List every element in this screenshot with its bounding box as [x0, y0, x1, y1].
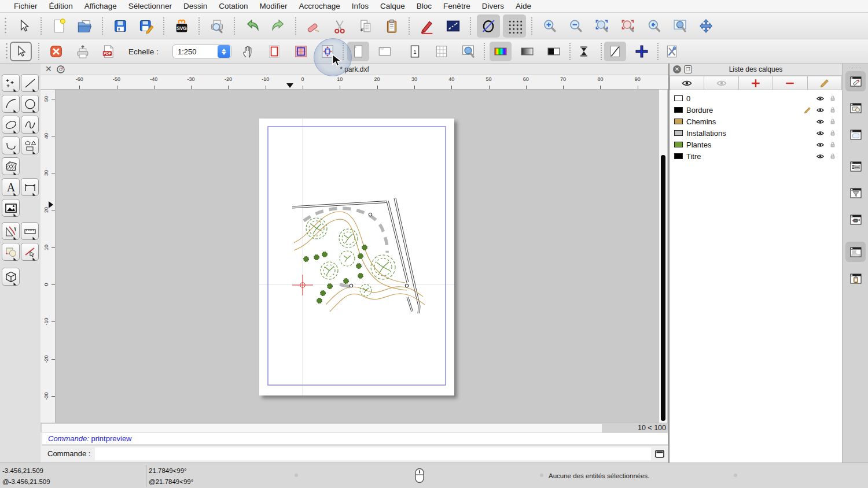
layer-name[interactable]: Chemins: [686, 117, 716, 126]
layer-lock-icon[interactable]: [829, 129, 837, 137]
cut-button[interactable]: [328, 14, 351, 38]
selection-filter-panel-button[interactable]: [845, 183, 866, 203]
image-tool-button[interactable]: [2, 199, 20, 217]
zoom-out-button[interactable]: [564, 14, 587, 38]
menu-item-s-lectionner[interactable]: Sélectionner: [123, 2, 178, 10]
menu-item-cotation[interactable]: Cotation: [213, 2, 253, 10]
zoom-auto-button[interactable]: [590, 14, 613, 38]
layer-color-swatch[interactable]: [674, 153, 683, 159]
layer-visibility-eye-icon[interactable]: [816, 106, 825, 114]
vertical-center-button[interactable]: [573, 42, 595, 61]
menu-item-fen-tre[interactable]: Fenêtre: [437, 2, 476, 10]
distance-tool-button[interactable]: [442, 14, 465, 38]
menu-item-dessin[interactable]: Dessin: [178, 2, 213, 10]
zoom-window-button[interactable]: [668, 14, 692, 38]
menu-item--dition[interactable]: Édition: [43, 2, 79, 10]
circle-tool-button[interactable]: [21, 95, 39, 113]
diagonal-page-button[interactable]: [604, 42, 626, 61]
paper-borders-button[interactable]: [263, 42, 285, 61]
arc-tool-button[interactable]: [2, 95, 20, 113]
svg-export-button[interactable]: SVG: [170, 14, 193, 38]
polyline-tool-button[interactable]: [2, 136, 20, 154]
layer-name[interactable]: Titre: [686, 152, 701, 161]
measure-tool-button[interactable]: [21, 222, 39, 240]
command-line-panel-button[interactable]: [845, 242, 866, 262]
pan-hand-button[interactable]: [237, 42, 259, 61]
copy-button[interactable]: [354, 14, 377, 38]
layer-color-swatch[interactable]: [674, 107, 683, 113]
panel-float-icon[interactable]: ❒: [684, 65, 692, 73]
menu-item-fichier[interactable]: Fichier: [8, 2, 43, 10]
add-layer-button[interactable]: [739, 76, 773, 90]
layer-lock-icon[interactable]: [829, 141, 837, 149]
ellipse-tool-button[interactable]: [2, 116, 20, 134]
layer-lock-icon[interactable]: [829, 117, 837, 125]
close-print-preview-button[interactable]: [45, 42, 67, 61]
layer-lock-icon[interactable]: [829, 152, 837, 160]
vertical-scrollbar-thumb[interactable]: [661, 155, 665, 421]
layer-color-swatch[interactable]: [674, 142, 683, 147]
black-white-button[interactable]: [543, 42, 565, 61]
show-all-layers-button[interactable]: [670, 76, 704, 90]
full-color-button[interactable]: [490, 42, 512, 61]
layer-lock-icon[interactable]: [829, 94, 837, 102]
layer-visibility-eye-icon[interactable]: [816, 129, 825, 138]
pointer-selected-button[interactable]: [10, 42, 32, 61]
line-tool-button[interactable]: [21, 74, 39, 92]
settings-button[interactable]: [661, 42, 683, 61]
clipboard-panel-button[interactable]: [845, 268, 866, 289]
open-file-button[interactable]: [73, 14, 97, 38]
horizontal-scrollbar[interactable]: 10 < 100: [41, 423, 668, 432]
menu-item-affichage[interactable]: Affichage: [79, 2, 123, 10]
layer-row-installations[interactable]: Installations: [670, 127, 842, 139]
layer-color-swatch[interactable]: [674, 95, 683, 101]
portrait-orientation-button[interactable]: [347, 42, 369, 61]
draw-pencil-button[interactable]: [415, 14, 439, 38]
panel-close-icon[interactable]: ✕: [673, 65, 681, 73]
zoom-to-page-button[interactable]: [457, 42, 479, 61]
pointer-tool-button[interactable]: [12, 14, 35, 38]
command-input[interactable]: [95, 448, 651, 460]
layer-row-titre[interactable]: Titre: [670, 150, 842, 162]
layer-lock-icon[interactable]: [829, 106, 837, 114]
landscape-orientation-button[interactable]: [374, 42, 396, 61]
layer-name[interactable]: Installations: [686, 129, 726, 138]
delete-button[interactable]: [302, 14, 325, 38]
vertical-scrollbar[interactable]: [659, 90, 667, 423]
modify-tool-button[interactable]: [21, 243, 39, 261]
draft-tools-button[interactable]: [2, 222, 20, 240]
layer-color-swatch[interactable]: [674, 119, 683, 124]
hide-all-layers-button[interactable]: [704, 76, 738, 90]
toolbar2-drag-handle[interactable]: [5, 42, 9, 61]
drawing-canvas[interactable]: [56, 90, 668, 423]
fit-to-page-button[interactable]: [317, 42, 339, 61]
new-document-button[interactable]: [47, 14, 71, 38]
grid-toggle-button[interactable]: [503, 14, 526, 38]
layer-row-bordure[interactable]: Bordure: [670, 104, 842, 116]
layer-color-swatch[interactable]: [674, 130, 683, 136]
page-tiles-button[interactable]: [290, 42, 312, 61]
remove-layer-button[interactable]: [773, 76, 807, 90]
spline-tool-button[interactable]: [21, 116, 39, 134]
crosshair-button[interactable]: [631, 42, 653, 61]
layer-visibility-eye-icon[interactable]: [816, 117, 825, 126]
undo-button[interactable]: [241, 14, 264, 38]
print-button[interactable]: [72, 42, 94, 61]
scale-combobox[interactable]: 1:250: [172, 45, 231, 58]
shapes-tool-button[interactable]: [21, 136, 39, 154]
property-editor-panel-button[interactable]: [845, 156, 866, 176]
pdf-export-button[interactable]: PDF: [97, 42, 119, 61]
paste-button[interactable]: [380, 14, 403, 38]
zoom-selection-button[interactable]: [616, 14, 639, 38]
zoom-in-button[interactable]: [538, 14, 561, 38]
layer-row-chemins[interactable]: Chemins: [670, 116, 842, 127]
grayscale-button[interactable]: [516, 42, 538, 61]
zoom-previous-button[interactable]: [642, 14, 665, 38]
view-list-panel-button[interactable]: [845, 124, 866, 145]
toolbar-drag-handle[interactable]: [4, 17, 8, 35]
menu-item-calque[interactable]: Calque: [374, 2, 411, 10]
library-browser-panel-button[interactable]: [845, 209, 866, 230]
circle-slash-toggle-button[interactable]: [477, 14, 500, 38]
layer-name[interactable]: 0: [686, 94, 690, 103]
layer-row-plantes[interactable]: Plantes: [670, 139, 842, 150]
